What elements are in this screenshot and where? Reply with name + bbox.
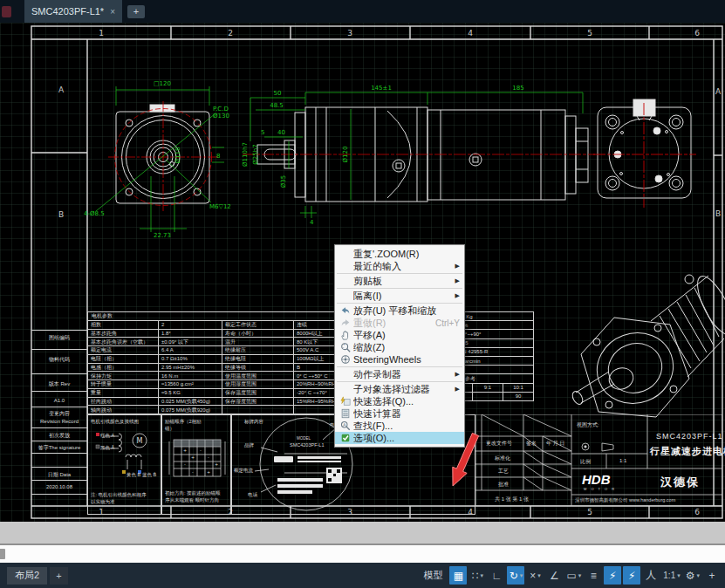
dropdown-caret-icon[interactable]: ▾ bbox=[578, 572, 582, 579]
autocad-window: SMC4203PF-L1* × + bbox=[0, 0, 725, 588]
menu-item-undo-pan-zoom[interactable]: 放弃(U) 平移和缩放 bbox=[335, 304, 464, 317]
annotation-visibility-icon[interactable]: ⚡ bbox=[604, 566, 621, 585]
menu-item-pan[interactable]: 平移(A) bbox=[335, 329, 464, 341]
svg-text:-: - bbox=[184, 462, 186, 467]
change-file-no-label: 更改文件号 bbox=[486, 440, 512, 448]
tab-close-icon[interactable]: × bbox=[110, 7, 115, 17]
dropdown-caret-icon[interactable]: ▾ bbox=[520, 572, 523, 579]
document-tab[interactable]: SMC4203PF-L1* × bbox=[24, 0, 122, 23]
dim-shaft-d25: Ø25h7 bbox=[252, 144, 259, 164]
spec-table-cell: ≈13560 g.cm² bbox=[158, 380, 222, 388]
layout-tab-active[interactable]: 布局2 bbox=[7, 567, 47, 585]
menu-item-isolate[interactable]: 隔离(I)▶ bbox=[335, 290, 464, 302]
dropdown-caret-icon[interactable]: ▾ bbox=[677, 572, 681, 579]
drawing-canvas[interactable]: 1 2 3 4 5 6 1 2 3 4 5 6 A B A B bbox=[0, 23, 725, 522]
command-prompt-icon bbox=[0, 549, 5, 559]
menu-item-action-recorder[interactable]: 动作录制器▶ bbox=[335, 368, 464, 380]
annotation-autoscale-icon-glyph: ⚡ bbox=[628, 570, 635, 582]
menu-icon-blank bbox=[338, 276, 353, 286]
hdb-logo: HDB bbox=[582, 472, 611, 487]
frame-row-label: A bbox=[715, 87, 722, 96]
wire-label-a: 红色 A bbox=[100, 433, 114, 439]
polar-tracking-icon[interactable]: ↻▾ bbox=[507, 566, 524, 585]
status-bar: 布局2 + 模型 ▦∷▾∟↻▾×▾∠▭▾≡⚡⚡人1:1▾⚙▾+ bbox=[0, 563, 725, 588]
menu-item-label: 最近的输入 bbox=[353, 260, 452, 273]
lineweight-icon[interactable]: ≡ bbox=[585, 566, 602, 585]
nameplate-model-label: MODEL bbox=[297, 436, 311, 441]
spec-table-cell: 绝缘等级 bbox=[222, 364, 293, 372]
submenu-arrow-icon: ▶ bbox=[455, 386, 460, 393]
frame-col-label: 3 bbox=[347, 29, 352, 38]
excitation-note-1: 初始方向: 按前述的励磁顺 bbox=[165, 490, 221, 496]
annotation-autoscale-icon[interactable]: ⚡ bbox=[623, 566, 640, 585]
menu-item-quick-calc[interactable]: 快速计算器 bbox=[335, 407, 464, 420]
revision-block: 图纸编码 物料代码 版本 Rev A1.0 变更内容 Revision Reco… bbox=[31, 319, 87, 506]
spec-table-cell: 基本步距角 bbox=[88, 330, 158, 338]
menu-icon-blank bbox=[338, 369, 353, 379]
scale-label: 比例 bbox=[580, 458, 591, 466]
menu-item-recent-input[interactable]: 最近的输入▶ bbox=[335, 260, 464, 272]
nameplate-current-label: 额定电流 bbox=[234, 468, 253, 474]
new-document-tab-button[interactable]: + bbox=[127, 5, 145, 18]
dropdown-caret-icon[interactable]: ▾ bbox=[537, 572, 541, 579]
menu-item-clipboard[interactable]: 剪贴板▶ bbox=[335, 275, 464, 287]
dropdown-caret-icon[interactable]: ▾ bbox=[696, 572, 700, 579]
menu-item-repeat-zoom[interactable]: 重复'.ZOOM(R) bbox=[335, 248, 464, 260]
signature-label: 签字The signature bbox=[31, 444, 87, 452]
spec-table-cell: 0.025 MM(负载450g) bbox=[158, 398, 222, 406]
wiring-note-1: 注: 电机引出线颜色和相序 bbox=[91, 492, 147, 498]
grid-icon[interactable]: ▦ bbox=[449, 566, 467, 585]
menu-item-quick-select[interactable]: 快速选择(Q)... bbox=[335, 395, 464, 407]
hdb-logo-sub: M O T O R bbox=[584, 487, 616, 491]
wire-label-b: 黄色 B bbox=[127, 472, 140, 478]
spec-table-cell: 相数 bbox=[88, 321, 158, 329]
menu-item-find[interactable]: A查找(F)... bbox=[335, 420, 464, 432]
front-view: □120 P.C.D Ø130 4-Ø8.5 M6▽12 22.73 8 Ø11… bbox=[84, 80, 231, 239]
menu-item-label: 剪贴板 bbox=[353, 275, 452, 288]
isometric-draft-icon[interactable]: ∠ bbox=[545, 566, 563, 585]
menu-item-label: 快速选择(Q)... bbox=[353, 395, 460, 408]
spec-table-cell: 使用温度范围 bbox=[222, 372, 293, 379]
ortho-icon[interactable]: ∟ bbox=[488, 566, 505, 585]
osnap-icon[interactable]: ▭▾ bbox=[564, 566, 583, 585]
menu-item-zoom[interactable]: +-缩放(Z) bbox=[335, 341, 464, 353]
dropdown-caret-icon[interactable]: ▾ bbox=[481, 572, 484, 579]
motor-symbol: M bbox=[137, 437, 143, 445]
spec-table-cell: 使用湿度范围 bbox=[222, 380, 293, 388]
frame-row-label: B bbox=[715, 209, 721, 218]
frame-row-label: A bbox=[58, 85, 65, 94]
wire-label-a-bar: 黑色 Ā bbox=[100, 445, 114, 451]
status-more-icon[interactable]: + bbox=[703, 566, 721, 585]
dim-gearbox-145: 145±1 bbox=[371, 85, 392, 92]
approve-label: 批准 bbox=[498, 481, 509, 489]
sheet-count: 共 1 张 第 1 张 bbox=[495, 496, 529, 503]
snap-icon[interactable]: ∷▾ bbox=[469, 566, 486, 585]
zoom-icon: +- bbox=[338, 342, 353, 352]
scale-value: 1:1 bbox=[619, 458, 626, 463]
dim-key-40: 40 bbox=[277, 129, 285, 136]
svg-text:-: - bbox=[208, 455, 209, 460]
command-line-bar[interactable] bbox=[0, 545, 725, 563]
standardization-label: 标准化 bbox=[495, 455, 510, 462]
osnap-tracking-icon[interactable]: ×▾ bbox=[526, 566, 544, 585]
undo-icon bbox=[338, 305, 353, 316]
model-space-toggle[interactable]: 模型 bbox=[417, 569, 448, 582]
document-tabbar: SMC4203PF-L1* × + bbox=[0, 0, 725, 23]
menu-item-steering-wheels[interactable]: SteeringWheels bbox=[335, 353, 464, 366]
dim-shaft-50: 50 bbox=[274, 90, 282, 97]
customization-gear-icon[interactable]: ⚙▾ bbox=[684, 566, 701, 585]
annotation-scale-icon[interactable]: 人 bbox=[642, 566, 660, 585]
dim-key-offset: 22.73 bbox=[154, 232, 171, 239]
polar-tracking-icon-glyph: ↻ bbox=[510, 570, 518, 582]
layout-tab-add-button[interactable]: + bbox=[50, 567, 67, 585]
dim-mount-holes: 4-Ø8.5 bbox=[84, 210, 105, 217]
frame-col-label: 1 bbox=[99, 29, 104, 38]
menu-item-redo[interactable]: 重做(R)Ctrl+Y bbox=[335, 317, 464, 329]
svg-text:A: A bbox=[343, 422, 346, 427]
menu-item-subobject-filter[interactable]: 子对象选择过滤器▶ bbox=[335, 383, 464, 395]
menu-item-options[interactable]: 选项(O)... bbox=[335, 432, 464, 444]
spec-table-cell: 保存温度范围 bbox=[222, 389, 293, 397]
annotation-scale-value[interactable]: 1:1▾ bbox=[661, 566, 681, 585]
ortho-icon-glyph: ∟ bbox=[492, 570, 503, 582]
sign-label: 签名 bbox=[526, 440, 537, 448]
